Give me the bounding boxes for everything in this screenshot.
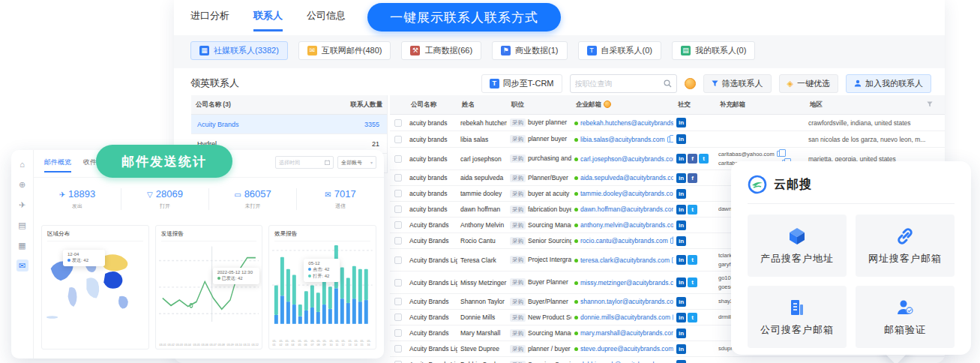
- contact-row[interactable]: acuity brandslibia salas采购planner buyerl…: [390, 131, 945, 148]
- mail-icon[interactable]: ✉: [16, 260, 28, 272]
- purchase-tag: 采购: [510, 278, 526, 286]
- column-header[interactable]: 补充邮箱: [715, 100, 805, 110]
- row-checkbox[interactable]: [394, 279, 402, 286]
- cloud-feature-card[interactable]: 公司搜客户邮箱: [748, 286, 847, 348]
- row-checkbox[interactable]: [394, 256, 402, 264]
- coin-icon[interactable]: [685, 78, 696, 89]
- sub-tab[interactable]: ▤我的联系人(0): [672, 41, 755, 60]
- compass-icon[interactable]: ⊕: [16, 178, 28, 190]
- purchase-tag: 采购: [510, 135, 526, 143]
- purchase-tag: 采购: [510, 174, 526, 182]
- linkedin-icon[interactable]: in: [676, 297, 686, 307]
- company-row[interactable]: Acuity Brands3355: [191, 115, 387, 134]
- row-checkbox[interactable]: [394, 190, 402, 197]
- linkedin-icon[interactable]: in: [676, 220, 686, 230]
- sub-tab-label: 互联网邮件(480): [322, 45, 382, 56]
- sub-tab[interactable]: ▦社媒联系人(3382): [190, 41, 288, 60]
- column-header[interactable]: 地区: [805, 100, 945, 110]
- column-header[interactable]: 姓名: [457, 100, 507, 110]
- filter-contacts-button[interactable]: 筛选联系人: [703, 74, 772, 93]
- facebook-icon[interactable]: f: [688, 173, 697, 183]
- twitter-icon[interactable]: t: [688, 278, 697, 287]
- linkedin-icon[interactable]: in: [676, 173, 686, 183]
- report-icon[interactable]: ▦: [16, 239, 28, 251]
- home-icon[interactable]: ⌂: [16, 158, 28, 170]
- row-checkbox[interactable]: [394, 155, 402, 163]
- one-click-select-button[interactable]: ◈ 一键优选: [779, 74, 838, 93]
- copy-icon[interactable]: [672, 257, 673, 263]
- linkedin-icon[interactable]: in: [676, 118, 686, 128]
- sub-tab[interactable]: ⚒工商数据(66): [401, 41, 481, 60]
- column-header-company[interactable]: 公司名称 (3): [191, 100, 333, 110]
- copy-icon[interactable]: [673, 314, 673, 320]
- stats-tab[interactable]: 邮件概览: [44, 158, 71, 172]
- column-header[interactable]: 企业邮箱: [571, 100, 673, 110]
- chart-tooltip: 12-04发送: 42: [63, 250, 105, 266]
- name-cell: aida sepulveda: [457, 172, 507, 183]
- metric-label: 打开: [121, 202, 208, 210]
- twitter-icon[interactable]: t: [688, 205, 697, 214]
- twitter-icon[interactable]: t: [699, 154, 709, 164]
- contact-row[interactable]: acuity brandsrebekah hutchens采购buyer pla…: [390, 115, 945, 131]
- linkedin-icon[interactable]: in: [676, 328, 686, 338]
- row-checkbox[interactable]: [394, 237, 402, 244]
- row-checkbox[interactable]: [394, 298, 402, 305]
- row-checkbox[interactable]: [394, 221, 402, 229]
- linkedin-icon[interactable]: in: [676, 189, 686, 199]
- bar-chart[interactable]: [272, 242, 373, 324]
- search-input[interactable]: [575, 80, 664, 88]
- copy-icon[interactable]: [777, 151, 782, 157]
- funnel-icon: [712, 80, 718, 87]
- main-tab[interactable]: 进口分析: [190, 9, 229, 32]
- title-cell: 采购Sourcing Specialist: [507, 359, 571, 363]
- row-checkbox-cell: [390, 136, 406, 143]
- column-header-contact-count[interactable]: 联系人数量: [333, 100, 387, 110]
- row-checkbox[interactable]: [394, 206, 402, 213]
- social-cell: inft: [673, 152, 715, 165]
- row-checkbox[interactable]: [394, 136, 402, 143]
- sync-tcrm-button[interactable]: T 同步至T-CRM: [481, 74, 562, 93]
- facebook-icon[interactable]: f: [688, 154, 697, 164]
- row-checkbox[interactable]: [394, 314, 402, 321]
- search-icon[interactable]: [664, 80, 672, 88]
- row-checkbox[interactable]: [394, 119, 402, 127]
- account-filter-select[interactable]: 全部账号 ▾: [337, 156, 376, 169]
- linkedin-icon[interactable]: in: [676, 154, 686, 164]
- linkedin-icon[interactable]: in: [676, 313, 686, 322]
- sub-tab[interactable]: ✉互联网邮件(480): [298, 41, 391, 60]
- main-tab[interactable]: 公司信息: [307, 9, 346, 32]
- title-cell: 采购fabrication buyer an: [507, 204, 571, 215]
- date-range-input[interactable]: 选择时间: [275, 156, 334, 169]
- linkedin-icon[interactable]: in: [676, 344, 686, 354]
- twitter-icon[interactable]: t: [688, 313, 697, 322]
- linkedin-icon[interactable]: in: [676, 205, 686, 214]
- x-tick: 03-09: [226, 343, 233, 346]
- send-icon[interactable]: ✈: [16, 199, 28, 211]
- copy-icon[interactable]: [670, 238, 673, 244]
- sub-tab[interactable]: ⚑商业数据(1): [492, 41, 567, 60]
- column-header[interactable]: 职位: [507, 100, 571, 110]
- main-tab[interactable]: 联系人: [253, 9, 283, 32]
- row-checkbox[interactable]: [394, 174, 402, 182]
- linkedin-icon[interactable]: in: [676, 360, 686, 363]
- column-header[interactable]: 公司名称: [406, 100, 457, 110]
- row-checkbox[interactable]: [394, 345, 402, 352]
- copy-icon[interactable]: [667, 136, 673, 142]
- funnel-icon[interactable]: [927, 101, 933, 107]
- linkedin-icon[interactable]: in: [676, 255, 686, 265]
- cloud-feature-card[interactable]: 网址搜客户邮箱: [856, 214, 955, 277]
- linkedin-icon[interactable]: in: [676, 134, 686, 144]
- briefcase-icon[interactable]: ▤: [16, 219, 28, 231]
- cloud-feature-card[interactable]: 产品搜客户地址: [748, 214, 847, 277]
- contact-row[interactable]: Acuity Brands LightingDebbie Cook采购Sourc…: [390, 357, 945, 363]
- social-cell: in: [673, 343, 715, 356]
- add-to-my-contacts-button[interactable]: 加入我的联系人: [846, 74, 931, 93]
- cloud-feature-card[interactable]: 邮箱验证: [856, 286, 955, 348]
- column-header[interactable]: 社交: [673, 100, 715, 110]
- row-checkbox[interactable]: [394, 329, 402, 337]
- sub-tab[interactable]: T自采联系人(0): [578, 41, 661, 60]
- linkedin-icon[interactable]: in: [676, 236, 686, 246]
- twitter-icon[interactable]: t: [688, 255, 697, 265]
- x-tick: 05-16: [367, 340, 373, 346]
- linkedin-icon[interactable]: in: [676, 278, 686, 287]
